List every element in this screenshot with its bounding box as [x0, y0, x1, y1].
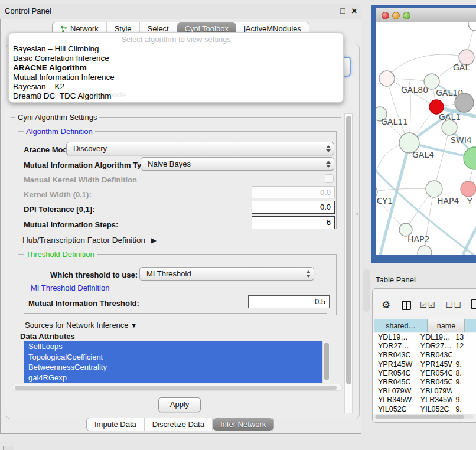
algorithm-option[interactable]: Bayesian – Hill Climbing	[12, 44, 340, 54]
cyni-settings-group-title: Cyni Algorithm Settings	[15, 113, 99, 122]
table-row[interactable]: YBL079WYBL079W	[373, 387, 476, 396]
network-node-label: GAL4	[412, 150, 434, 159]
table-column-header[interactable]: shared…	[374, 319, 428, 332]
table-cell: YLR345W	[373, 396, 420, 405]
algorithm-dropdown-items: Bayesian – Hill ClimbingBasic Correlatio…	[12, 44, 340, 101]
table-cell: YBR043C	[420, 351, 453, 360]
algorithm-option[interactable]: Dream8 DC_TDC Algorithm	[12, 92, 340, 101]
chevron-right-icon: ▶	[151, 236, 157, 244]
table-cell: YPR145W	[420, 360, 453, 369]
mi-threshold-input[interactable]: 0.5	[248, 295, 330, 308]
select-all-columns-icon[interactable]: ☑☑	[420, 301, 436, 309]
algorithm-dropdown-placeholder: Select algorithm to view settings	[9, 35, 343, 44]
table-row[interactable]: YIL052CYIL052C9.	[373, 405, 476, 414]
zoom-traffic-light[interactable]	[403, 12, 410, 19]
attributes-list-scrollbar[interactable]	[322, 341, 330, 383]
network-view-canvas[interactable]: GALGAL80GAL10GAL1GAL11SWI4GAL4GCY1HAP4YH…	[376, 22, 476, 255]
mi-threshold-group-title: MI Threshold Definition	[28, 283, 112, 292]
network-node-gal10[interactable]	[424, 74, 439, 89]
table-column-header[interactable]: name	[428, 319, 465, 332]
combo-arrows-icon	[323, 145, 334, 152]
table-horizontal-scrollbar[interactable]	[374, 414, 474, 419]
data-attribute-item[interactable]: gal4RGexp	[24, 373, 322, 383]
panel-divider-handle[interactable]: ‹	[356, 210, 358, 217]
which-threshold-select[interactable]: MI Threshold	[139, 267, 314, 281]
table-cell: YER054C	[420, 369, 453, 378]
table-row[interactable]: YER054CYER054C8.	[373, 369, 476, 378]
network-node[interactable]	[455, 93, 474, 112]
gear-icon[interactable]: ⚙	[382, 299, 390, 311]
split-columns-icon[interactable]	[402, 301, 411, 310]
network-node-swi4[interactable]	[442, 120, 457, 135]
hub-section-toggle[interactable]: Hub/Transcription Factor Definition ▶	[22, 236, 157, 244]
table-cell: YBR043C	[373, 351, 420, 360]
tab-label: Network	[70, 24, 99, 33]
data-attribute-item[interactable]: TopologicalCoefficient	[24, 352, 322, 363]
table-row[interactable]: YPR145WYPR145W9.	[373, 360, 476, 369]
minimize-traffic-light[interactable]	[392, 12, 400, 19]
apply-button[interactable]: Apply	[158, 397, 201, 412]
table-column-header[interactable]	[465, 319, 476, 332]
table-cell: 9.	[452, 378, 476, 387]
kernel-width-input[interactable]: 0.0	[252, 186, 335, 198]
data-attributes-label: Data Attributes	[20, 332, 75, 341]
dpi-tolerance-input[interactable]: 0.0	[252, 201, 335, 214]
data-attribute-item[interactable]: BetweennessCentrality	[24, 362, 322, 373]
table-cell: 9.	[452, 405, 476, 414]
network-window-titlebar[interactable]	[376, 8, 476, 23]
network-node[interactable]	[418, 246, 432, 255]
algorithm-dropdown: Select algorithm to view settings Bayesi…	[8, 32, 344, 103]
table-row[interactable]: YLR345WYLR345W9.	[373, 396, 476, 405]
close-traffic-light[interactable]	[382, 12, 389, 19]
network-node-label: GAL80	[401, 85, 428, 94]
network-node[interactable]	[464, 147, 476, 169]
network-node-gal80[interactable]	[379, 71, 395, 86]
network-node-y[interactable]	[461, 181, 476, 197]
mi-threshold-label: Mutual Information Threshold:	[28, 299, 139, 308]
tab-label: Style	[115, 24, 132, 33]
float-window-icon[interactable]: □	[340, 6, 343, 15]
algorithm-option[interactable]: Mutual Information Inference	[12, 73, 340, 82]
algorithm-option[interactable]: Basic Correlation Inference	[12, 54, 340, 63]
algorithm-option[interactable]: ARACNE Algorithm	[12, 63, 340, 73]
table-cell: YIL052C	[420, 405, 453, 414]
settings-horizontal-scrollbar[interactable]	[12, 384, 343, 391]
network-node[interactable]	[468, 22, 476, 31]
data-attribute-item[interactable]: SelfLoops	[24, 341, 322, 352]
deselect-all-columns-icon[interactable]: ☐☐	[446, 301, 462, 309]
table-cell: 13	[452, 333, 476, 342]
table-row[interactable]: YDL19…YDL19…13	[373, 333, 476, 342]
control-panel-title: Control Panel	[5, 6, 51, 15]
mi-steps-input[interactable]: 6	[252, 216, 335, 229]
mi-type-select[interactable]: Naive Bayes	[141, 157, 334, 171]
sources-group-title: Sources for Network Inference	[25, 321, 129, 330]
table-row[interactable]: YBR045CYBR045C9.	[373, 378, 476, 387]
tab-label: jActiveMNodules	[244, 24, 301, 33]
settings-vertical-scrollbar[interactable]	[344, 113, 353, 413]
table-cell: YPR145W	[373, 360, 420, 369]
corner-widget[interactable]	[3, 446, 14, 450]
table-cell	[452, 387, 476, 396]
tab-discretize-data[interactable]: Discretize Data	[145, 418, 213, 431]
dpi-tolerance-label: DPI Tolerance [0,1]:	[24, 205, 94, 214]
network-icon	[60, 25, 67, 32]
manual-kernel-checkbox[interactable]	[325, 174, 334, 183]
algorithm-option[interactable]: Bayesian – K2	[12, 82, 340, 92]
network-node-hap4[interactable]	[426, 181, 442, 197]
aracne-mode-select[interactable]: Discovery	[66, 142, 334, 155]
tab-impute-data[interactable]: Impute Data	[87, 418, 145, 431]
right-panel-scrollbar[interactable]	[363, 269, 370, 312]
table-row[interactable]: YDR27…YDR27…12	[373, 342, 476, 351]
mi-type-label: Mutual Information Algorithm Type:	[24, 161, 153, 169]
tab-infer-network[interactable]: Infer Network	[213, 418, 273, 431]
sources-group-toggle[interactable]: Sources for Network Inference ▼	[22, 321, 139, 330]
app-root: Control Panel □ × NetworkStyleSelectCyni…	[0, 0, 476, 450]
table-cell: YDR27…	[373, 342, 420, 351]
hub-section-label: Hub/Transcription Factor Definition	[22, 236, 145, 244]
document-icon[interactable]	[471, 299, 476, 309]
tab-label: Cyni Toolbox	[185, 24, 229, 33]
network-node-label: GAL11	[381, 117, 408, 126]
close-window-icon[interactable]: ×	[351, 6, 357, 17]
table-row[interactable]: YBR043CYBR043C	[373, 351, 476, 360]
combo-arrows-icon	[303, 270, 314, 278]
